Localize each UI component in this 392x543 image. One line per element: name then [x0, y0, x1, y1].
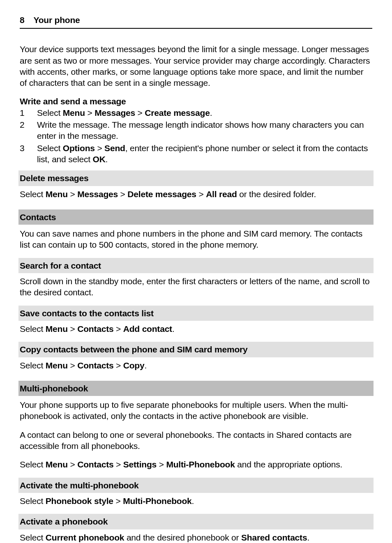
- text-run: Select: [37, 143, 63, 153]
- intro-paragraph: Your device supports text messages beyon…: [20, 44, 372, 88]
- text-mpb-p3: Select Menu > Contacts > Settings > Mult…: [20, 459, 372, 470]
- page-number: 8: [20, 14, 24, 25]
- text-run: >: [113, 496, 123, 506]
- text-run: or the desired folder.: [237, 189, 316, 199]
- text-run: >: [113, 460, 123, 469]
- bold-run: Delete messages: [127, 189, 196, 199]
- text-run: >: [68, 324, 77, 334]
- text-run: >: [68, 460, 77, 469]
- heading-activate-pb: Activate a phonebook: [18, 514, 374, 529]
- text-run: Select: [20, 324, 46, 334]
- text-run: Select: [20, 460, 46, 469]
- text-run: >: [196, 189, 206, 199]
- bold-run: Current phonebook: [46, 533, 124, 542]
- text-run: Select: [20, 496, 46, 506]
- text-run: >: [113, 361, 123, 370]
- bold-run: Contacts: [77, 460, 113, 469]
- step-item: Write the message. The message length in…: [20, 119, 372, 142]
- bold-run: Multi-Phonebook: [123, 496, 191, 506]
- text-run: >: [85, 108, 95, 117]
- steps-write-send: Select Menu > Messages > Create message.…: [20, 107, 372, 165]
- text-activate-mpb: Select Phonebook style > Multi-Phonebook…: [20, 495, 372, 506]
- bold-run: OK: [93, 154, 106, 164]
- step-item: Select Options > Send, enter the recipie…: [20, 143, 372, 165]
- heading-save-contacts: Save contacts to the contacts list: [18, 306, 374, 321]
- heading-contacts: Contacts: [18, 209, 374, 225]
- text-run: and the desired phonebook or: [124, 533, 241, 542]
- heading-write-send: Write and send a message: [20, 96, 372, 107]
- heading-copy-contacts: Copy contacts between the phone and SIM …: [18, 342, 374, 357]
- text-run: .: [172, 324, 175, 334]
- bold-run: Copy: [123, 361, 145, 370]
- text-run: and the appropriate options.: [235, 460, 343, 469]
- bold-run: Menu: [63, 108, 85, 117]
- text-run: >: [135, 108, 145, 117]
- heading-delete-messages: Delete messages: [18, 170, 374, 186]
- bold-run: All read: [206, 189, 237, 199]
- bold-run: Menu: [46, 324, 68, 334]
- bold-run: Contacts: [77, 324, 113, 334]
- text-search-contact: Scroll down in the standby mode, enter t…: [20, 276, 372, 298]
- bold-run: Options: [63, 143, 95, 153]
- text-run: >: [118, 189, 127, 199]
- bold-run: Add contact: [123, 324, 172, 334]
- text-run: .: [210, 108, 212, 117]
- bold-run: Shared contacts: [241, 533, 307, 542]
- bold-run: Settings: [123, 460, 157, 469]
- text-run: Select: [20, 361, 46, 370]
- bold-run: Menu: [46, 189, 68, 199]
- text-run: >: [68, 189, 77, 199]
- text-run: Select: [37, 108, 63, 117]
- bold-run: Contacts: [77, 361, 113, 370]
- bold-run: Create message: [145, 108, 210, 117]
- text-save-contacts: Select Menu > Contacts > Add contact.: [20, 323, 372, 334]
- bold-run: Send: [104, 143, 125, 153]
- bold-run: Phonebook style: [46, 496, 113, 506]
- text-run: .: [307, 533, 309, 542]
- page-header: 8 Your phone: [20, 14, 372, 29]
- bold-run: Messages: [95, 108, 135, 117]
- text-run: .: [106, 154, 108, 164]
- text-contacts-intro: You can save names and phone numbers in …: [20, 228, 372, 251]
- bold-run: Menu: [46, 460, 68, 469]
- text-delete-messages: Select Menu > Messages > Delete messages…: [20, 189, 372, 200]
- step-item: Select Menu > Messages > Create message.: [20, 107, 372, 118]
- text-run: Select: [20, 189, 46, 199]
- text-mpb-p1: Your phone supports up to five separate …: [20, 399, 372, 422]
- bold-run: Multi-Phonebook: [166, 460, 235, 469]
- text-activate-pb: Select Current phonebook and the desired…: [20, 532, 372, 543]
- bold-run: Menu: [46, 361, 68, 370]
- text-run: >: [68, 361, 77, 370]
- text-run: Write the message. The message length in…: [37, 120, 364, 140]
- text-mpb-p2: A contact can belong to one or several p…: [20, 429, 372, 452]
- page-title: Your phone: [33, 14, 80, 25]
- text-run: >: [113, 324, 123, 334]
- heading-activate-mpb: Activate the multi-phonebook: [18, 478, 374, 493]
- text-run: .: [144, 361, 147, 370]
- text-run: >: [157, 460, 166, 469]
- text-copy-contacts: Select Menu > Contacts > Copy.: [20, 360, 372, 371]
- text-run: Select: [20, 533, 46, 542]
- bold-run: Messages: [77, 189, 118, 199]
- heading-multi-phonebook: Multi-phonebook: [18, 381, 374, 396]
- heading-search-contact: Search for a contact: [18, 258, 374, 273]
- text-run: .: [192, 496, 194, 506]
- text-run: >: [95, 143, 104, 153]
